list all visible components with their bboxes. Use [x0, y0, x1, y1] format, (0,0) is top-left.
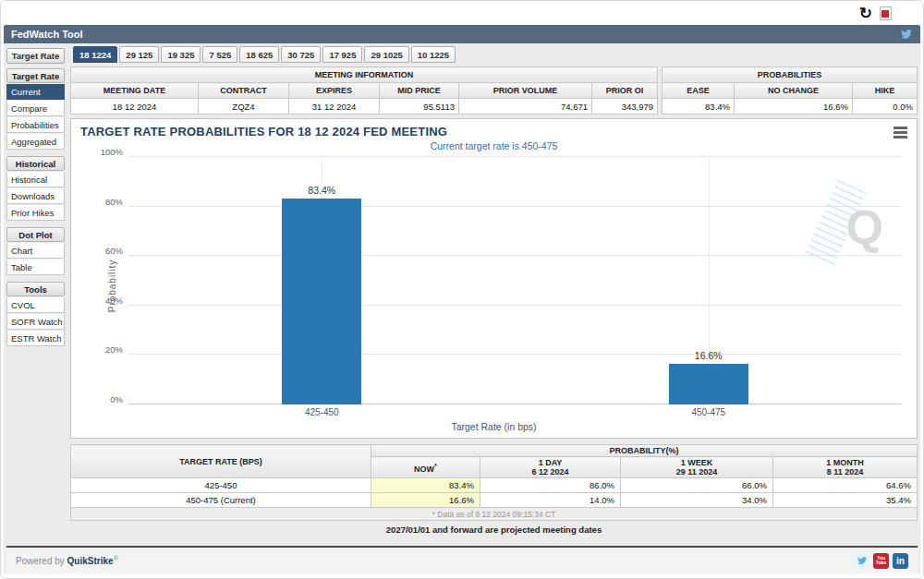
meeting-info-title: MEETING INFORMATION: [71, 67, 658, 83]
category-450-475: 450-475: [691, 407, 725, 417]
col-1-month: 1 MONTH8 11 2024: [773, 457, 918, 478]
probabilities-table: PROBABILITIES EASE NO CHANGE HIKE 83.4% …: [662, 66, 918, 115]
main-panel: MEETING INFORMATION MEETING DATE CONTRAC…: [70, 66, 918, 546]
hike-value: 0.0%: [853, 99, 918, 115]
sidebar-item-historical[interactable]: Historical: [6, 172, 65, 187]
refresh-icon[interactable]: ↻: [859, 6, 872, 21]
sidebar-item-current[interactable]: Current: [6, 84, 65, 100]
ytick-60: 60%: [105, 246, 123, 256]
table-footnote-row: * Data as of 8 12 2024 09:15:34 CT: [71, 508, 918, 521]
col-ease: EASE: [663, 83, 735, 99]
twitter-icon[interactable]: [900, 29, 913, 40]
col-prior-oi: PRIOR OI: [592, 83, 658, 99]
rate-cell: 450-475 (Current): [71, 493, 371, 508]
tab-meeting-8[interactable]: 10 1225: [411, 46, 456, 63]
ytick-100: 100%: [101, 147, 123, 157]
sidebar-header-target-rate: Target Rate: [6, 68, 65, 83]
tab-meeting-5[interactable]: 30 725: [281, 46, 321, 63]
col-1-week: 1 WEEK29 11 2024: [621, 457, 773, 478]
info-row: MEETING INFORMATION MEETING DATE CONTRAC…: [70, 66, 918, 115]
col-mid-price: MID PRICE: [380, 83, 459, 99]
sidebar-header-dot-plot: Dot Plot: [6, 227, 65, 242]
y-axis-label: Probability: [107, 259, 117, 313]
bar-450-475[interactable]: 16.6%: [669, 364, 748, 404]
tab-meeting-6[interactable]: 17 925: [322, 46, 362, 63]
chart-menu-icon[interactable]: [894, 127, 907, 140]
ease-value: 83.4%: [663, 99, 735, 115]
prior-volume-value: 74,671: [459, 99, 592, 115]
sidebar-item-downloads[interactable]: Downloads: [6, 188, 65, 204]
bar-425-450[interactable]: 83.4%: [282, 199, 361, 405]
probability-history-table: TARGET RATE (BPS) PROBABILITY(%) NOW* 1 …: [70, 444, 918, 521]
x-axis-label: Target Rate (in bps): [80, 421, 907, 432]
tab-row: Target Rate 18 1224 29 125 19 325 7 525 …: [6, 46, 918, 66]
rate-cell: 425-450: [71, 478, 371, 493]
powered-by: Powered by QuikStrike®: [16, 555, 118, 566]
footer-bar: Powered by QuikStrike® YouTube in: [6, 546, 918, 573]
ytick-0: 0%: [110, 394, 123, 404]
linkedin-icon[interactable]: in: [893, 553, 908, 569]
app-title: FedWatch Tool: [11, 29, 83, 40]
data-as-of-note: * Data as of 8 12 2024 09:15:34 CT: [71, 508, 918, 521]
chart-subtitle: Current target rate is 450-475: [80, 140, 907, 151]
content-area: Target Rate 18 1224 29 125 19 325 7 525 …: [4, 43, 920, 573]
month-cell: 35.4%: [773, 493, 918, 508]
sidebar-item-prior-hikes[interactable]: Prior Hikes: [6, 205, 65, 221]
now-cell: 16.6%: [371, 493, 480, 508]
sidebar-item-probabilities[interactable]: Probabilities: [6, 117, 65, 133]
tab-meeting-1[interactable]: 29 125: [119, 46, 159, 63]
probabilities-title: PROBABILITIES: [663, 67, 918, 83]
chart-panel: TARGET RATE PROBABILITIES FOR 18 12 2024…: [70, 118, 918, 439]
now-cell: 83.4%: [371, 478, 480, 493]
col-prior-volume: PRIOR VOLUME: [459, 83, 592, 99]
sidebar-header-historical: Historical: [6, 156, 65, 171]
table-row-425-450: 425-450 83.4% 86.0% 66.0% 64.6%: [71, 478, 918, 493]
bar-label-425-450: 83.4%: [282, 185, 361, 196]
contract-value: ZQZ4: [199, 99, 289, 115]
expires-value: 31 12 2024: [289, 99, 380, 115]
no-change-value: 16.6%: [735, 99, 853, 115]
col-expires: EXPIRES: [289, 83, 380, 99]
tab-meeting-0[interactable]: 18 1224: [73, 46, 117, 63]
day-cell: 14.0%: [480, 493, 621, 508]
tab-meeting-3[interactable]: 7 525: [202, 46, 237, 63]
social-icons: YouTube in: [854, 553, 908, 569]
category-425-450: 425-450: [305, 407, 339, 417]
sidebar-item-chart[interactable]: Chart: [6, 243, 65, 259]
table-row-450-475: 450-475 (Current) 16.6% 14.0% 34.0% 35.4…: [71, 493, 918, 508]
col-hike: HIKE: [853, 83, 918, 99]
twitter-footer-icon[interactable]: [854, 553, 869, 569]
plot-area: 0% 20% 40% 60% 80% 100% Probability 83.4…: [128, 157, 902, 404]
col-no-change: NO CHANGE: [735, 83, 853, 99]
app-titlebar: FedWatch Tool: [4, 25, 920, 43]
week-cell: 34.0%: [621, 493, 773, 508]
col-meeting-date: MEETING DATE: [71, 83, 199, 99]
projected-dates-note: 2027/01/01 and forward are projected mee…: [70, 521, 918, 537]
col-contract: CONTRACT: [199, 83, 289, 99]
sidebar: Target Rate Current Compare Probabilitie…: [6, 66, 65, 546]
col-1-day: 1 DAY6 12 2024: [480, 457, 621, 478]
col-now: NOW*: [371, 457, 480, 478]
tab-meeting-4[interactable]: 18 625: [239, 46, 279, 63]
youtube-icon[interactable]: YouTube: [873, 553, 889, 569]
target-rate-button[interactable]: Target Rate: [6, 48, 65, 64]
bottom-gap: [1, 573, 923, 578]
sidebar-item-estr-watch[interactable]: ESTR Watch: [6, 331, 65, 346]
body-row: Target Rate Current Compare Probabilitie…: [6, 66, 918, 546]
prior-oi-value: 343,979: [592, 99, 658, 115]
meeting-tabs: 18 1224 29 125 19 325 7 525 18 625 30 72…: [73, 46, 456, 63]
tab-meeting-7[interactable]: 29 1025: [364, 46, 408, 63]
pdf-export-icon[interactable]: [880, 6, 892, 20]
browser-top-strip: ↻: [1, 1, 923, 25]
sidebar-item-table[interactable]: Table: [6, 259, 65, 275]
sidebar-item-cvol[interactable]: CVOL: [6, 297, 65, 313]
ytick-80: 80%: [105, 196, 123, 206]
quikstrike-watermark-icon: Q: [821, 183, 885, 266]
sidebar-item-aggregated[interactable]: Aggregated: [6, 134, 65, 150]
sidebar-header-tools: Tools: [6, 282, 65, 296]
sidebar-item-compare[interactable]: Compare: [6, 101, 65, 116]
sidebar-item-sofr-watch[interactable]: SOFR Watch: [6, 314, 65, 330]
meeting-info-table: MEETING INFORMATION MEETING DATE CONTRAC…: [70, 66, 658, 115]
tab-meeting-2[interactable]: 19 325: [161, 46, 201, 63]
ytick-20: 20%: [105, 344, 123, 355]
